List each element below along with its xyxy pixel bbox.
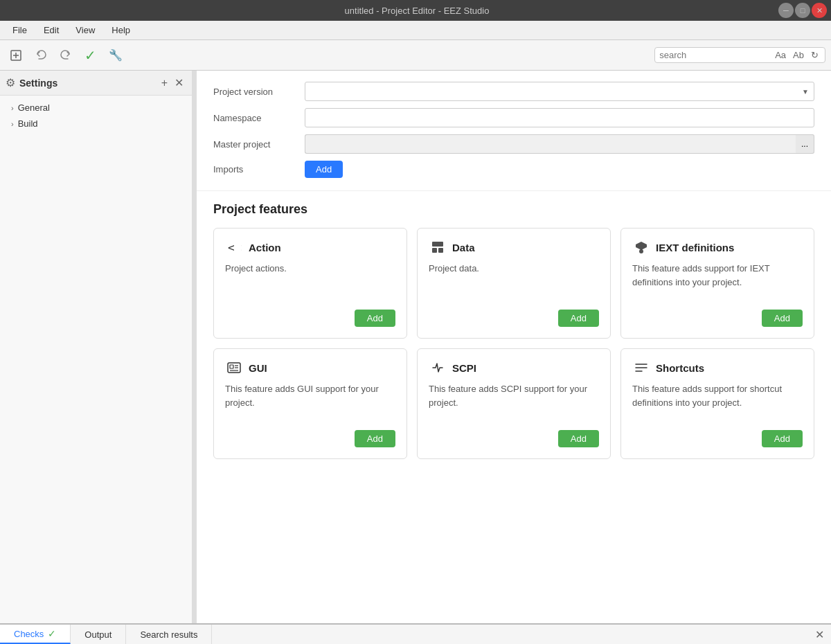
tab-check-icon-0: ✓	[48, 628, 56, 639]
menu-view[interactable]: View	[69, 23, 102, 37]
feature-desc-action: Project actions.	[225, 262, 395, 301]
bottom-tab-checks[interactable]: Checks✓	[0, 625, 71, 644]
features-title: Project features	[213, 202, 814, 217]
bottom-tab-output[interactable]: Output	[71, 625, 126, 644]
feature-header-shortcuts: Shortcuts	[632, 360, 803, 375]
bottom-panel-close-button[interactable]: ✕	[808, 625, 831, 644]
feature-footer-iext: Add	[632, 310, 803, 327]
search-aa-button[interactable]: Aa	[773, 49, 788, 61]
sidebar: ⚙ Settings + ✕ › General › Build	[0, 71, 193, 623]
title-bar: untitled - Project Editor - EEZ Studio ─…	[0, 0, 831, 21]
feature-card-iext: IEXT definitions This feature adds suppo…	[620, 228, 814, 339]
tab-label-2: Search results	[140, 629, 197, 640]
svg-text:< >: < >	[228, 241, 242, 254]
settings-icon: ⚙	[6, 76, 15, 89]
feature-footer-action: Add	[225, 310, 395, 327]
imports-add-button[interactable]: Add	[305, 161, 343, 178]
feature-desc-iext: This feature adds support for IEXT defin…	[632, 262, 803, 301]
shortcuts-icon	[632, 360, 650, 375]
imports-row: Imports Add	[213, 161, 814, 178]
search-bar: Aa Ab ↻	[654, 47, 825, 63]
maximize-button[interactable]: □	[795, 3, 810, 18]
feature-add-button-gui[interactable]: Add	[355, 430, 395, 447]
feature-card-gui: GUI This feature adds GUI support for yo…	[213, 348, 407, 459]
settings-button[interactable]: 🔧	[105, 46, 127, 64]
feature-card-action: < > Action Project actions. Add	[213, 228, 407, 339]
sidebar-close-button[interactable]: ✕	[172, 75, 186, 91]
feature-desc-scpi: This feature adds SCPI support for your …	[429, 382, 599, 422]
menu-file[interactable]: File	[6, 23, 34, 37]
menu-help[interactable]: Help	[105, 23, 137, 37]
menu-edit[interactable]: Edit	[37, 23, 66, 37]
tab-label-1: Output	[84, 629, 111, 640]
sidebar-header: ⚙ Settings + ✕	[0, 71, 192, 96]
namespace-label: Namespace	[213, 113, 296, 123]
feature-add-button-iext[interactable]: Add	[762, 310, 803, 327]
svg-rect-4	[432, 242, 443, 247]
toolbar: ✓ 🔧 Aa Ab ↻	[0, 40, 831, 71]
master-project-browse-button[interactable]: ...	[796, 134, 814, 154]
features-section: Project features < > Action Project acti…	[197, 191, 831, 470]
master-project-input-row: ...	[305, 134, 814, 154]
feature-name-gui: GUI	[249, 362, 267, 374]
iext-icon	[632, 240, 650, 255]
main-layout: ⚙ Settings + ✕ › General › Build Project	[0, 71, 831, 623]
feature-footer-shortcuts: Add	[632, 430, 803, 447]
sidebar-general-label: General	[18, 102, 50, 113]
feature-name-data: Data	[452, 242, 475, 253]
minimize-button[interactable]: ─	[778, 3, 794, 18]
feature-name-shortcuts: Shortcuts	[656, 362, 704, 374]
search-ab-button[interactable]: Ab	[791, 49, 806, 61]
feature-add-button-data[interactable]: Add	[558, 310, 599, 327]
feature-header-scpi: SCPI	[429, 360, 599, 375]
svg-rect-9	[230, 365, 233, 368]
chevron-general-icon: ›	[11, 104, 14, 112]
namespace-input[interactable]	[305, 108, 814, 127]
new-button[interactable]	[6, 46, 26, 64]
redo-icon	[60, 49, 72, 62]
new-icon	[10, 49, 22, 62]
master-project-row: Master project ...	[213, 134, 814, 154]
project-version-row: Project version	[213, 82, 814, 101]
search-refresh-button[interactable]: ↻	[809, 49, 821, 61]
feature-add-button-scpi[interactable]: Add	[558, 430, 599, 447]
content-area: Project version Namespace Master project…	[197, 71, 831, 623]
check-button[interactable]: ✓	[80, 44, 100, 66]
master-project-label: Master project	[213, 139, 296, 150]
svg-point-7	[639, 249, 643, 253]
master-project-input[interactable]	[305, 134, 796, 154]
redo-button[interactable]	[55, 46, 76, 64]
feature-add-button-action[interactable]: Add	[355, 310, 395, 327]
undo-button[interactable]	[30, 46, 51, 64]
search-input[interactable]	[659, 50, 770, 60]
gui-icon	[225, 360, 243, 375]
sidebar-item-build[interactable]: › Build	[0, 116, 192, 132]
bottom-tab-search-results[interactable]: Search results	[126, 625, 212, 644]
feature-header-iext: IEXT definitions	[632, 240, 803, 255]
feature-add-button-shortcuts[interactable]: Add	[762, 430, 803, 447]
sidebar-title: Settings	[19, 78, 154, 89]
project-version-select[interactable]	[305, 82, 814, 101]
feature-card-shortcuts: Shortcuts This feature adds support for …	[620, 348, 814, 459]
form-section: Project version Namespace Master project…	[197, 71, 831, 191]
feature-desc-gui: This feature adds GUI support for your p…	[225, 382, 395, 422]
feature-name-iext: IEXT definitions	[656, 242, 734, 253]
feature-card-scpi: SCPI This feature adds SCPI support for …	[417, 348, 611, 459]
action-icon: < >	[225, 240, 243, 255]
sidebar-add-button[interactable]: +	[159, 75, 170, 91]
svg-rect-5	[432, 248, 437, 253]
feature-header-data: Data	[429, 240, 599, 255]
feature-header-action: < > Action	[225, 240, 395, 255]
feature-desc-data: Project data.	[429, 262, 599, 301]
project-version-label: Project version	[213, 87, 296, 97]
close-button[interactable]: ✕	[812, 3, 827, 18]
sidebar-build-label: Build	[18, 118, 38, 129]
scpi-icon	[429, 360, 447, 375]
feature-card-data: Data Project data. Add	[417, 228, 611, 339]
feature-footer-data: Add	[429, 310, 599, 327]
undo-icon	[35, 49, 47, 62]
sidebar-item-general[interactable]: › General	[0, 100, 192, 116]
feature-footer-gui: Add	[225, 430, 395, 447]
feature-footer-scpi: Add	[429, 430, 599, 447]
feature-header-gui: GUI	[225, 360, 395, 375]
